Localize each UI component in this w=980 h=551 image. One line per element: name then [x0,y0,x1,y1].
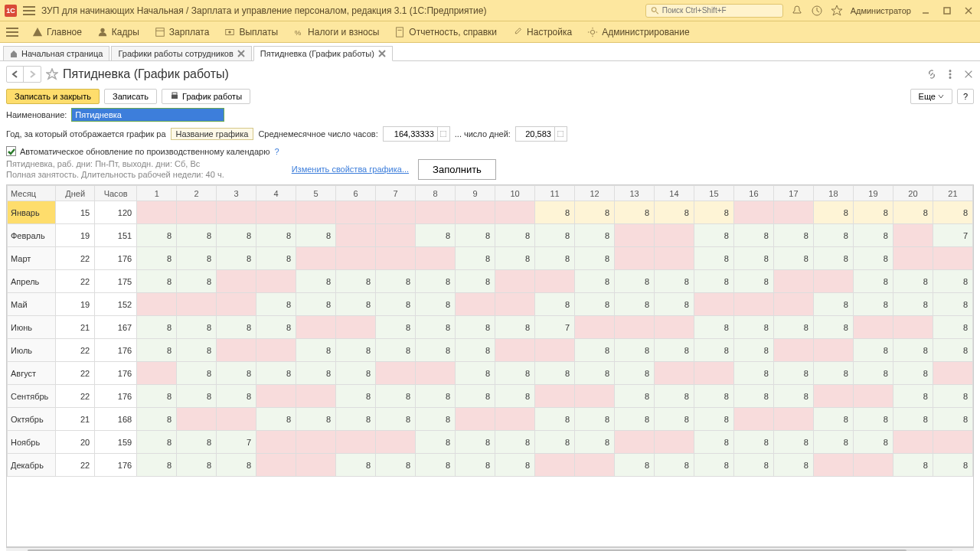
col-header[interactable]: 14 [655,186,694,201]
day-cell[interactable]: 8 [456,224,495,247]
day-cell[interactable]: 7 [535,316,575,339]
col-header[interactable]: 3 [217,186,256,201]
day-cell[interactable]: 8 [535,362,575,385]
day-cell[interactable]: 8 [575,224,615,247]
day-cell[interactable]: 8 [535,224,575,247]
close-icon[interactable] [378,50,386,57]
day-cell[interactable]: 8 [217,316,256,339]
day-cell[interactable] [336,201,376,224]
day-cell[interactable]: 8 [893,408,933,431]
day-cell[interactable]: 8 [773,224,813,247]
day-cell[interactable] [773,201,813,224]
day-cell[interactable]: 8 [495,224,535,247]
day-cell[interactable]: 8 [495,385,535,408]
table-row[interactable]: Октябрь21168888888888888888 [8,408,973,431]
col-header[interactable]: 2 [177,186,217,201]
day-cell[interactable] [575,454,615,477]
more-button[interactable]: Еще [910,89,952,104]
col-header[interactable]: 10 [495,186,535,201]
day-cell[interactable] [813,454,853,477]
day-cell[interactable]: 8 [456,270,495,293]
help-button[interactable]: ? [957,89,974,104]
day-cell[interactable]: 8 [893,270,933,293]
col-header[interactable]: 15 [694,186,733,201]
maximize-button[interactable] [940,5,954,16]
day-cell[interactable] [336,247,376,270]
scroll-left-icon[interactable] [6,548,17,552]
day-cell[interactable] [177,408,217,431]
month-cell[interactable]: Декабрь [8,454,56,477]
day-cell[interactable]: 8 [376,454,416,477]
menu-kadry[interactable]: Кадры [91,24,145,41]
day-cell[interactable]: 8 [813,247,853,270]
close-button[interactable] [962,5,975,16]
day-cell[interactable]: 8 [615,339,655,362]
day-cell[interactable]: 8 [137,454,177,477]
day-cell[interactable]: 8 [694,316,733,339]
day-cell[interactable] [495,270,535,293]
day-cell[interactable]: 8 [853,362,893,385]
day-cell[interactable] [495,201,535,224]
day-cell[interactable] [655,224,694,247]
day-cell[interactable]: 8 [733,316,773,339]
day-cell[interactable]: 8 [495,431,535,454]
day-cell[interactable]: 8 [933,201,972,224]
day-cell[interactable] [177,293,217,316]
day-cell[interactable] [655,316,694,339]
day-cell[interactable]: 8 [256,247,296,270]
day-cell[interactable] [773,339,813,362]
favorite-icon[interactable] [46,68,58,80]
day-cell[interactable]: 8 [535,247,575,270]
day-cell[interactable] [256,385,296,408]
day-cell[interactable]: 8 [733,454,773,477]
month-cell[interactable]: Август [8,362,56,385]
day-cell[interactable]: 8 [773,316,813,339]
day-cell[interactable]: 8 [137,247,177,270]
day-cell[interactable]: 8 [177,316,217,339]
day-cell[interactable]: 8 [416,293,456,316]
col-header[interactable]: 13 [615,186,655,201]
close-page-icon[interactable] [963,69,974,80]
day-cell[interactable]: 8 [694,431,733,454]
table-row[interactable]: Сентябрь22176888888888888888 [8,385,973,408]
day-cell[interactable]: 8 [456,385,495,408]
hours-cell[interactable]: 176 [95,385,137,408]
day-cell[interactable] [615,224,655,247]
day-cell[interactable]: 8 [416,339,456,362]
col-header[interactable]: 18 [813,186,853,201]
day-cell[interactable] [256,339,296,362]
day-cell[interactable] [575,385,615,408]
day-cell[interactable]: 8 [813,293,853,316]
day-cell[interactable]: 8 [655,201,694,224]
day-cell[interactable]: 8 [376,293,416,316]
day-cell[interactable]: 8 [177,339,217,362]
day-cell[interactable]: 8 [177,270,217,293]
day-cell[interactable]: 8 [256,316,296,339]
menu-vyplaty[interactable]: Выплаты [218,24,284,41]
horizontal-scrollbar[interactable] [6,547,974,551]
day-cell[interactable]: 8 [733,362,773,385]
day-cell[interactable]: 8 [336,408,376,431]
day-cell[interactable] [853,454,893,477]
day-cell[interactable]: 8 [853,224,893,247]
table-row[interactable]: Декабрь22176888888888888888 [8,454,973,477]
day-cell[interactable]: 8 [655,293,694,316]
days-cell[interactable]: 22 [56,454,95,477]
day-cell[interactable]: 8 [416,270,456,293]
day-cell[interactable] [495,408,535,431]
day-cell[interactable]: 8 [416,408,456,431]
day-cell[interactable] [933,431,972,454]
table-row[interactable]: Июль22176888888888888888 [8,339,973,362]
month-cell[interactable]: Сентябрь [8,385,56,408]
day-cell[interactable]: 8 [456,362,495,385]
day-cell[interactable]: 8 [495,316,535,339]
menu-admin[interactable]: Администрирование [581,24,695,41]
day-cell[interactable]: 8 [376,270,416,293]
day-cell[interactable]: 8 [773,247,813,270]
days-cell[interactable]: 20 [56,431,95,454]
day-cell[interactable]: 8 [853,431,893,454]
day-cell[interactable]: 8 [933,339,972,362]
day-cell[interactable]: 8 [336,385,376,408]
day-cell[interactable]: 8 [694,408,733,431]
month-cell[interactable]: Июль [8,339,56,362]
